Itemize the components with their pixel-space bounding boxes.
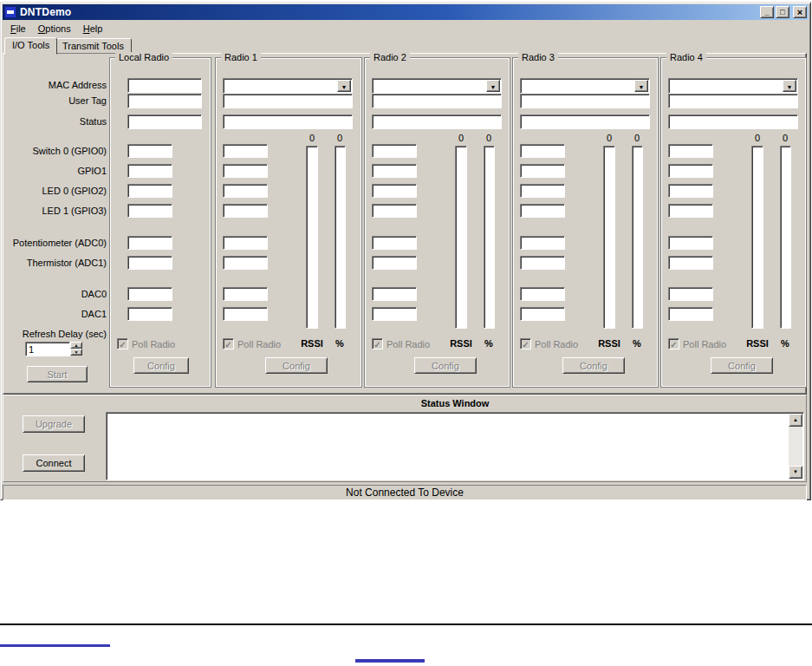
dac0-input[interactable]	[127, 287, 172, 301]
potentiometer-input[interactable]	[520, 236, 565, 250]
potentiometer-input[interactable]	[223, 236, 268, 250]
scroll-down-icon[interactable]: ▼	[789, 466, 802, 479]
connect-button[interactable]: Connect	[23, 454, 85, 472]
dac1-input[interactable]	[223, 307, 268, 321]
user-tag-label: User Tag	[1, 95, 107, 107]
switch0-input[interactable]	[223, 144, 268, 158]
led0-input[interactable]	[372, 184, 417, 198]
potentiometer-input[interactable]	[127, 236, 172, 250]
thermistor-input[interactable]	[223, 256, 268, 270]
refresh-delay-input[interactable]	[25, 342, 70, 356]
rssi-value: 0	[748, 133, 767, 143]
mac-address-combo[interactable]: ▼	[520, 78, 650, 94]
user-tag-input[interactable]	[520, 94, 650, 108]
led1-input[interactable]	[223, 204, 268, 218]
led1-input[interactable]	[520, 204, 565, 218]
config-button[interactable]: Config	[711, 357, 773, 374]
scroll-up-icon[interactable]: ▲	[789, 414, 802, 427]
footer-link[interactable]	[0, 644, 110, 647]
led1-input[interactable]	[127, 204, 172, 218]
status-input[interactable]	[668, 114, 798, 129]
potentiometer-input[interactable]	[668, 236, 713, 250]
config-button[interactable]: Config	[133, 357, 189, 374]
dac1-input[interactable]	[668, 307, 713, 321]
potentiometer-input[interactable]	[372, 236, 417, 250]
mac-address-input[interactable]	[127, 78, 202, 93]
led0-input[interactable]	[520, 184, 565, 198]
menu-help[interactable]: Help	[77, 22, 109, 36]
switch0-input[interactable]	[520, 144, 565, 158]
status-input[interactable]	[223, 114, 353, 129]
user-tag-input[interactable]	[127, 94, 202, 108]
panel-radio-2: Radio 2 ▼ 0 0 ✓ Poll Radio RSSI % Config	[364, 57, 510, 388]
poll-radio-checkbox[interactable]: ✓	[223, 338, 234, 349]
gpio1-input[interactable]	[127, 164, 172, 178]
poll-radio-checkbox[interactable]: ✓	[668, 338, 679, 349]
gpio1-input[interactable]	[668, 164, 713, 178]
check-icon: ✓	[119, 340, 126, 349]
mac-address-combo[interactable]: ▼	[223, 78, 353, 94]
close-icon[interactable]: ×	[793, 6, 807, 18]
status-input[interactable]	[127, 114, 202, 129]
thermistor-input[interactable]	[127, 256, 172, 270]
user-tag-input[interactable]	[223, 94, 353, 108]
config-button[interactable]: Config	[414, 357, 477, 374]
led1-input[interactable]	[668, 204, 713, 218]
combo-dropdown-button[interactable]: ▼	[783, 80, 796, 92]
config-button[interactable]: Config	[265, 357, 328, 374]
user-tag-input[interactable]	[372, 94, 502, 108]
switch0-input[interactable]	[668, 144, 713, 158]
combo-dropdown-button[interactable]: ▼	[634, 80, 648, 92]
dac1-input[interactable]	[520, 307, 565, 321]
status-input[interactable]	[520, 114, 650, 129]
rssi-label: RSSI	[744, 338, 771, 349]
poll-radio-checkbox[interactable]: ✓	[372, 338, 383, 349]
start-button[interactable]: Start	[27, 366, 88, 382]
status-input[interactable]	[372, 114, 502, 129]
combo-dropdown-button[interactable]: ▼	[337, 80, 351, 92]
scrollbar[interactable]: ▲ ▼	[789, 414, 802, 479]
menu-file[interactable]: File	[4, 22, 32, 36]
percent-bar	[484, 146, 495, 329]
poll-radio-checkbox[interactable]: ✓	[117, 338, 128, 349]
thermistor-input[interactable]	[520, 256, 565, 270]
led1-input[interactable]	[372, 204, 417, 218]
led1-label: LED 1 (GPIO3)	[1, 206, 107, 217]
led0-input[interactable]	[223, 184, 268, 198]
minimize-icon[interactable]: _	[760, 6, 774, 18]
led0-input[interactable]	[127, 184, 172, 198]
spinner-up-icon[interactable]: ▲	[70, 342, 82, 349]
dac0-input[interactable]	[372, 287, 417, 301]
gpio1-input[interactable]	[520, 164, 565, 178]
upgrade-button[interactable]: Upgrade	[23, 415, 85, 433]
window-buttons: _ □ ×	[758, 6, 807, 18]
switch0-input[interactable]	[127, 144, 172, 158]
gpio1-input[interactable]	[372, 164, 417, 178]
led0-label: LED 0 (GPIO2)	[1, 186, 107, 197]
panel-title: Local Radio	[115, 52, 172, 62]
tab-io-tools[interactable]: I/O Tools	[4, 37, 57, 55]
titlebar[interactable]: DNTDemo _ □ ×	[3, 4, 809, 20]
status-window-textarea[interactable]: ▲ ▼	[106, 412, 804, 480]
mac-address-combo[interactable]: ▼	[668, 78, 798, 94]
poll-radio-checkbox[interactable]: ✓	[520, 338, 531, 349]
user-tag-input[interactable]	[668, 94, 798, 108]
config-button[interactable]: Config	[562, 357, 625, 374]
menu-options[interactable]: Options	[32, 22, 77, 36]
led0-input[interactable]	[668, 184, 713, 198]
thermistor-input[interactable]	[372, 256, 417, 270]
thermistor-input[interactable]	[668, 256, 713, 270]
panel-radio-4: Radio 4 ▼ 0 0 ✓ Poll Radio RSSI % Config	[660, 57, 807, 388]
dac0-input[interactable]	[223, 287, 268, 301]
dac1-input[interactable]	[372, 307, 417, 321]
combo-dropdown-button[interactable]: ▼	[486, 80, 500, 92]
dac0-input[interactable]	[520, 287, 565, 301]
mac-address-combo[interactable]: ▼	[372, 78, 502, 94]
footer-link[interactable]	[355, 659, 425, 663]
dac0-input[interactable]	[668, 287, 713, 301]
spinner-down-icon[interactable]: ▼	[70, 349, 82, 356]
maximize-icon[interactable]: □	[776, 6, 789, 18]
dac1-input[interactable]	[127, 307, 172, 321]
switch0-input[interactable]	[372, 144, 417, 158]
gpio1-input[interactable]	[223, 164, 268, 178]
